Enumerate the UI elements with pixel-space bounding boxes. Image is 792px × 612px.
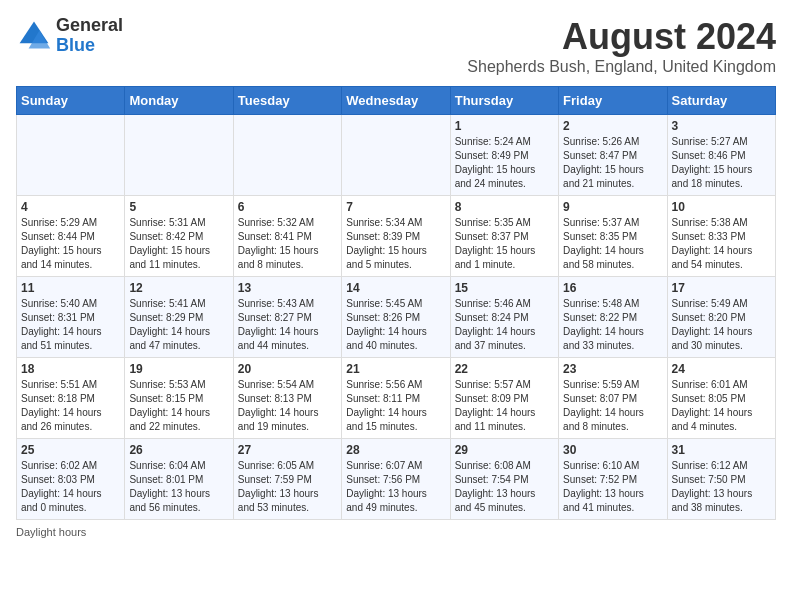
calendar-cell: 28Sunrise: 6:07 AM Sunset: 7:56 PM Dayli… [342,439,450,520]
column-header-saturday: Saturday [667,87,775,115]
calendar-cell: 19Sunrise: 5:53 AM Sunset: 8:15 PM Dayli… [125,358,233,439]
day-number: 10 [672,200,771,214]
day-info: Sunrise: 5:59 AM Sunset: 8:07 PM Dayligh… [563,378,662,434]
day-number: 12 [129,281,228,295]
calendar-cell: 24Sunrise: 6:01 AM Sunset: 8:05 PM Dayli… [667,358,775,439]
daylight-hours-label: Daylight hours [16,526,86,538]
day-info: Sunrise: 6:08 AM Sunset: 7:54 PM Dayligh… [455,459,554,515]
day-number: 13 [238,281,337,295]
logo-icon [16,18,52,54]
day-info: Sunrise: 5:54 AM Sunset: 8:13 PM Dayligh… [238,378,337,434]
calendar-cell: 10Sunrise: 5:38 AM Sunset: 8:33 PM Dayli… [667,196,775,277]
calendar-table: SundayMondayTuesdayWednesdayThursdayFrid… [16,86,776,520]
day-info: Sunrise: 6:01 AM Sunset: 8:05 PM Dayligh… [672,378,771,434]
calendar-cell: 30Sunrise: 6:10 AM Sunset: 7:52 PM Dayli… [559,439,667,520]
day-number: 30 [563,443,662,457]
day-info: Sunrise: 5:34 AM Sunset: 8:39 PM Dayligh… [346,216,445,272]
day-info: Sunrise: 5:27 AM Sunset: 8:46 PM Dayligh… [672,135,771,191]
calendar-cell: 11Sunrise: 5:40 AM Sunset: 8:31 PM Dayli… [17,277,125,358]
day-number: 25 [21,443,120,457]
footer-note: Daylight hours [16,526,776,538]
calendar-cell: 29Sunrise: 6:08 AM Sunset: 7:54 PM Dayli… [450,439,558,520]
day-number: 19 [129,362,228,376]
week-row-5: 25Sunrise: 6:02 AM Sunset: 8:03 PM Dayli… [17,439,776,520]
day-info: Sunrise: 6:05 AM Sunset: 7:59 PM Dayligh… [238,459,337,515]
logo-general: General [56,16,123,36]
day-info: Sunrise: 5:41 AM Sunset: 8:29 PM Dayligh… [129,297,228,353]
day-number: 8 [455,200,554,214]
day-number: 27 [238,443,337,457]
day-info: Sunrise: 5:40 AM Sunset: 8:31 PM Dayligh… [21,297,120,353]
day-info: Sunrise: 6:07 AM Sunset: 7:56 PM Dayligh… [346,459,445,515]
calendar-cell: 1Sunrise: 5:24 AM Sunset: 8:49 PM Daylig… [450,115,558,196]
logo: General Blue [16,16,123,56]
day-number: 2 [563,119,662,133]
page-header: General Blue August 2024 Shepherds Bush,… [16,16,776,76]
day-info: Sunrise: 5:56 AM Sunset: 8:11 PM Dayligh… [346,378,445,434]
subtitle: Shepherds Bush, England, United Kingdom [467,58,776,76]
day-number: 31 [672,443,771,457]
column-header-tuesday: Tuesday [233,87,341,115]
calendar-cell: 20Sunrise: 5:54 AM Sunset: 8:13 PM Dayli… [233,358,341,439]
day-info: Sunrise: 5:57 AM Sunset: 8:09 PM Dayligh… [455,378,554,434]
calendar-cell: 3Sunrise: 5:27 AM Sunset: 8:46 PM Daylig… [667,115,775,196]
week-row-2: 4Sunrise: 5:29 AM Sunset: 8:44 PM Daylig… [17,196,776,277]
calendar-cell: 4Sunrise: 5:29 AM Sunset: 8:44 PM Daylig… [17,196,125,277]
calendar-cell: 18Sunrise: 5:51 AM Sunset: 8:18 PM Dayli… [17,358,125,439]
column-header-sunday: Sunday [17,87,125,115]
calendar-cell: 6Sunrise: 5:32 AM Sunset: 8:41 PM Daylig… [233,196,341,277]
title-block: August 2024 Shepherds Bush, England, Uni… [467,16,776,76]
day-info: Sunrise: 5:31 AM Sunset: 8:42 PM Dayligh… [129,216,228,272]
day-number: 14 [346,281,445,295]
day-info: Sunrise: 6:04 AM Sunset: 8:01 PM Dayligh… [129,459,228,515]
day-number: 11 [21,281,120,295]
column-header-friday: Friday [559,87,667,115]
calendar-cell: 23Sunrise: 5:59 AM Sunset: 8:07 PM Dayli… [559,358,667,439]
week-row-1: 1Sunrise: 5:24 AM Sunset: 8:49 PM Daylig… [17,115,776,196]
day-info: Sunrise: 5:43 AM Sunset: 8:27 PM Dayligh… [238,297,337,353]
day-number: 29 [455,443,554,457]
day-info: Sunrise: 5:29 AM Sunset: 8:44 PM Dayligh… [21,216,120,272]
week-row-4: 18Sunrise: 5:51 AM Sunset: 8:18 PM Dayli… [17,358,776,439]
calendar-cell [125,115,233,196]
day-info: Sunrise: 5:48 AM Sunset: 8:22 PM Dayligh… [563,297,662,353]
calendar-cell: 5Sunrise: 5:31 AM Sunset: 8:42 PM Daylig… [125,196,233,277]
day-number: 5 [129,200,228,214]
day-number: 23 [563,362,662,376]
calendar-cell: 9Sunrise: 5:37 AM Sunset: 8:35 PM Daylig… [559,196,667,277]
day-number: 15 [455,281,554,295]
calendar-cell: 12Sunrise: 5:41 AM Sunset: 8:29 PM Dayli… [125,277,233,358]
calendar-cell: 22Sunrise: 5:57 AM Sunset: 8:09 PM Dayli… [450,358,558,439]
day-number: 21 [346,362,445,376]
day-number: 3 [672,119,771,133]
calendar-cell: 21Sunrise: 5:56 AM Sunset: 8:11 PM Dayli… [342,358,450,439]
day-number: 17 [672,281,771,295]
calendar-cell [342,115,450,196]
calendar-cell: 15Sunrise: 5:46 AM Sunset: 8:24 PM Dayli… [450,277,558,358]
calendar-cell: 14Sunrise: 5:45 AM Sunset: 8:26 PM Dayli… [342,277,450,358]
calendar-cell: 17Sunrise: 5:49 AM Sunset: 8:20 PM Dayli… [667,277,775,358]
column-header-wednesday: Wednesday [342,87,450,115]
day-number: 24 [672,362,771,376]
day-info: Sunrise: 5:46 AM Sunset: 8:24 PM Dayligh… [455,297,554,353]
day-info: Sunrise: 5:53 AM Sunset: 8:15 PM Dayligh… [129,378,228,434]
day-number: 16 [563,281,662,295]
day-info: Sunrise: 5:45 AM Sunset: 8:26 PM Dayligh… [346,297,445,353]
calendar-cell: 2Sunrise: 5:26 AM Sunset: 8:47 PM Daylig… [559,115,667,196]
calendar-cell: 31Sunrise: 6:12 AM Sunset: 7:50 PM Dayli… [667,439,775,520]
column-header-thursday: Thursday [450,87,558,115]
calendar-cell: 27Sunrise: 6:05 AM Sunset: 7:59 PM Dayli… [233,439,341,520]
day-info: Sunrise: 6:02 AM Sunset: 8:03 PM Dayligh… [21,459,120,515]
day-info: Sunrise: 5:35 AM Sunset: 8:37 PM Dayligh… [455,216,554,272]
day-number: 18 [21,362,120,376]
day-info: Sunrise: 5:49 AM Sunset: 8:20 PM Dayligh… [672,297,771,353]
calendar-cell [233,115,341,196]
day-info: Sunrise: 5:38 AM Sunset: 8:33 PM Dayligh… [672,216,771,272]
column-header-monday: Monday [125,87,233,115]
day-info: Sunrise: 5:26 AM Sunset: 8:47 PM Dayligh… [563,135,662,191]
logo-blue: Blue [56,36,123,56]
logo-text: General Blue [56,16,123,56]
day-number: 28 [346,443,445,457]
day-info: Sunrise: 5:32 AM Sunset: 8:41 PM Dayligh… [238,216,337,272]
calendar-cell: 8Sunrise: 5:35 AM Sunset: 8:37 PM Daylig… [450,196,558,277]
